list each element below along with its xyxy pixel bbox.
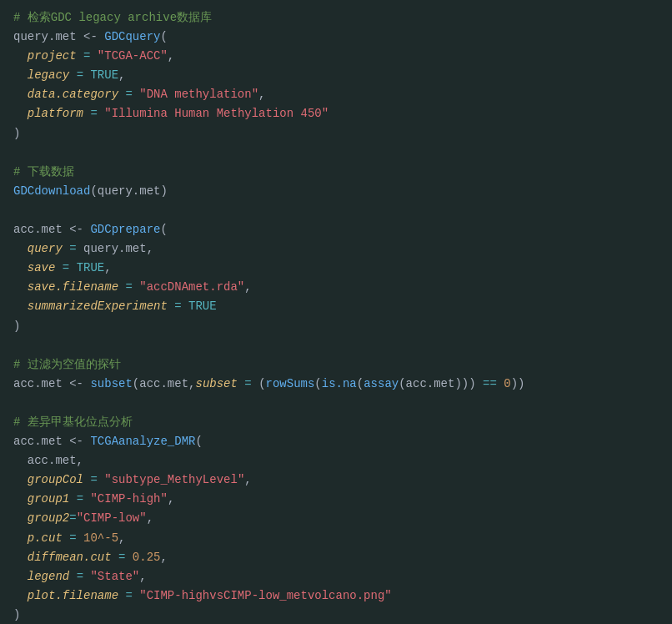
code-line: legacy = TRUE, [13, 66, 659, 85]
plain-token: , [244, 280, 251, 294]
plain-token [69, 570, 76, 583]
code-line: diffmean.cut = 0.25, [13, 548, 659, 567]
plain-token: , [139, 570, 146, 583]
function-name-token: is.na [322, 377, 357, 390]
plain-token: , [104, 261, 111, 274]
boolean-token: TRUE [77, 261, 105, 274]
empty-line [13, 336, 659, 355]
operator-token: = [174, 299, 181, 313]
code-line: acc.met, [13, 451, 659, 471]
param-name-token: group1 [28, 492, 69, 506]
paren-token: ( [399, 377, 405, 390]
plain-token [252, 377, 258, 390]
plain-token [13, 473, 28, 486]
plain-token [13, 299, 28, 313]
plain-token: acc.met [406, 377, 455, 390]
operator-token: = [63, 261, 69, 274]
plain-token [13, 531, 28, 545]
plain-token: , [118, 68, 125, 82]
string-token: "Illumina Human Methylation 450" [104, 107, 328, 120]
operator-token: = [77, 570, 83, 583]
plain-token [90, 49, 97, 63]
plain-token [13, 280, 28, 294]
plain-token: , [168, 492, 174, 506]
plain-token: , [168, 49, 174, 63]
plain-token [168, 299, 174, 313]
comment-token: # 差异甲基化位点分析 [13, 415, 133, 429]
function-name-token: GDCprepare [90, 223, 160, 236]
operator-token: = [77, 492, 83, 506]
string-token: "subtype_MethyLevel" [104, 473, 244, 486]
paren-token: ( [314, 377, 321, 390]
param-name-token: group2 [28, 511, 69, 525]
plain-token [69, 68, 76, 82]
plain-token [98, 30, 104, 43]
paren-token: ( [258, 377, 265, 390]
code-line: group1 = "CIMP-high", [13, 490, 659, 509]
operator-token: == [483, 377, 497, 390]
code-line: GDCdownload(query.met) [13, 182, 659, 201]
plain-token: , [147, 511, 153, 525]
paren-token: ) [160, 184, 167, 198]
comment-line: # 检索GDC legacy archive数据库 [13, 8, 659, 28]
plain-token [13, 570, 28, 583]
code-line: query = query.met, [13, 239, 659, 259]
operator-token: = [90, 473, 97, 486]
code-editor: # 检索GDC legacy archive数据库query.met <- GD… [13, 8, 659, 624]
boolean-token: TRUE [90, 68, 118, 82]
operator-token: = [69, 242, 76, 255]
plain-token [125, 551, 132, 564]
operator-token: = [69, 531, 76, 545]
plain-token: , [160, 551, 167, 564]
operator-token: = [125, 589, 132, 602]
plain-token: query.met [98, 184, 161, 198]
number-token: 10^-5 [83, 531, 118, 545]
param-name-token: query [28, 242, 63, 255]
param-name-token: subset [195, 377, 237, 390]
param-name-token: diffmean.cut [28, 551, 112, 564]
plain-token: acc.met [13, 435, 69, 448]
plain-token [133, 589, 139, 602]
comment-line: # 下载数据 [13, 163, 659, 182]
string-token: "CIMP-low" [77, 511, 147, 525]
function-name-token: assay [364, 377, 399, 390]
plain-token [55, 261, 62, 274]
operator-token: = [244, 377, 251, 390]
assign-op-token: <- [69, 223, 83, 236]
param-name-token: plot.filename [28, 589, 118, 602]
comment-token: # 过滤为空值的探针 [13, 358, 121, 371]
plain-token [13, 88, 28, 101]
plain-token [63, 531, 69, 545]
code-line: summarizedExperiment = TRUE [13, 297, 659, 316]
code-line: acc.met <- subset(acc.met,subset = (rowS… [13, 375, 659, 394]
plain-token: acc.met, [13, 454, 83, 467]
comment-line: # 差异甲基化位点分析 [13, 413, 659, 432]
plain-token [476, 377, 483, 390]
assign-op-token: <- [69, 435, 83, 448]
plain-token: , [244, 473, 251, 486]
param-name-token: project [28, 49, 77, 63]
param-name-token: legend [28, 570, 69, 583]
plain-token [13, 49, 28, 63]
paren-token: ( [357, 377, 364, 390]
string-token: "TCGA-ACC" [98, 49, 168, 63]
empty-line [13, 394, 659, 413]
plain-token [13, 242, 28, 255]
code-line: ) [13, 606, 659, 624]
function-name-token: subset [90, 377, 132, 390]
function-name-token: TCGAanalyze_DMR [90, 435, 195, 448]
empty-line [13, 201, 659, 220]
param-name-token: groupCol [28, 473, 83, 486]
param-name-token: platform [28, 107, 83, 120]
paren-token: ( [160, 223, 167, 236]
code-line: legend = "State", [13, 567, 659, 586]
plain-token: acc.met [13, 223, 69, 236]
plain-token [98, 107, 104, 120]
string-token: "accDNAmet.rda" [139, 280, 244, 294]
comment-token: # 下载数据 [13, 165, 74, 179]
plain-token [13, 492, 28, 506]
string-token: "State" [90, 570, 139, 583]
code-line: save.filename = "accDNAmet.rda", [13, 278, 659, 297]
plain-token: , [258, 88, 265, 101]
plain-token [13, 589, 28, 602]
